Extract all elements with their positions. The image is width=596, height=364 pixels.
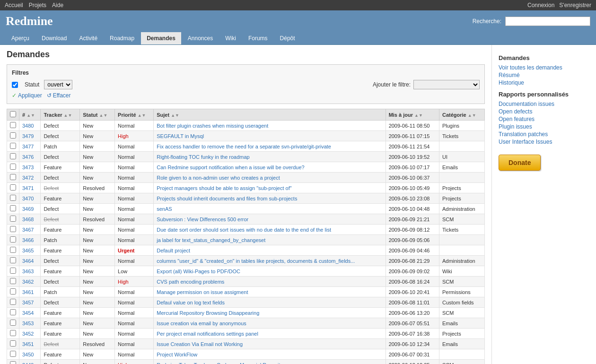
- issue-subject-link[interactable]: Can Redmine support notification when a …: [157, 165, 304, 170]
- issue-subject-link[interactable]: columns "user_id" & "created_on" in tabl…: [157, 258, 355, 264]
- row-checkbox[interactable]: [10, 184, 16, 191]
- issue-id-link[interactable]: 3468: [22, 217, 34, 222]
- statut-select[interactable]: ouvertfermétous: [44, 80, 72, 89]
- sidebar-resume[interactable]: Résumé: [499, 72, 589, 78]
- issue-subject-link[interactable]: Mercurial Repository Browsing Disappeari…: [157, 310, 259, 316]
- issue-id-link[interactable]: 3449: [22, 362, 34, 364]
- issue-id-link[interactable]: 3454: [22, 310, 34, 316]
- issue-subject-link[interactable]: senAS: [157, 206, 172, 212]
- col-tracker[interactable]: Tracker ▲▼: [41, 109, 80, 121]
- issue-subject-link[interactable]: SEGFAULT in Mysql: [157, 133, 204, 139]
- col-id[interactable]: # ▲▼: [19, 109, 41, 121]
- row-checkbox[interactable]: [10, 299, 16, 305]
- tab-wiki[interactable]: Wiki: [219, 32, 242, 44]
- issue-id-link[interactable]: 3479: [22, 133, 34, 139]
- issue-subject-link[interactable]: Project managers should be able to assig…: [157, 185, 291, 191]
- issue-subject-link[interactable]: Fix access handler to remove the need fo…: [157, 144, 331, 149]
- issue-subject-link[interactable]: Per project email notifications settings…: [157, 331, 258, 337]
- row-checkbox[interactable]: [10, 351, 16, 357]
- apply-button[interactable]: ✓ Appliquer: [12, 92, 42, 99]
- issue-subject-link[interactable]: Export (all) Wiki-Pages to PDF/DOC: [157, 269, 240, 274]
- row-checkbox[interactable]: [10, 340, 16, 347]
- sidebar-translation-patches[interactable]: Translation patches: [499, 131, 589, 138]
- row-checkbox[interactable]: [10, 205, 16, 211]
- col-statut[interactable]: Statut ▲▼: [80, 109, 115, 121]
- sidebar-plugin-issues[interactable]: Plugin issues: [499, 123, 589, 130]
- issue-subject-link[interactable]: Subversion : View Differences 500 error: [157, 217, 248, 222]
- add-filter-select[interactable]: Catégorie Tracker Priorité Assigné à: [413, 80, 480, 89]
- issue-subject-link[interactable]: Role given to a non-admin user who creat…: [157, 175, 280, 181]
- row-checkbox[interactable]: [10, 143, 16, 149]
- issue-subject-link[interactable]: Project WorkFlow: [157, 352, 197, 357]
- issue-id-link[interactable]: 3463: [22, 269, 34, 274]
- tab-forums[interactable]: Forums: [243, 32, 273, 44]
- issue-subject-link[interactable]: Defaul value on log text fields: [157, 300, 225, 305]
- sidebar-doc-issues[interactable]: Documentation issues: [499, 101, 589, 107]
- row-checkbox[interactable]: [10, 361, 16, 364]
- sidebar-open-defects[interactable]: Open defects: [499, 108, 589, 115]
- row-checkbox[interactable]: [10, 216, 16, 222]
- col-priorite[interactable]: Priorité ▲▼: [115, 109, 154, 121]
- issue-id-link[interactable]: 3476: [22, 154, 34, 160]
- issue-id-link[interactable]: 3462: [22, 279, 34, 285]
- row-checkbox[interactable]: [10, 309, 16, 315]
- check-all[interactable]: [10, 111, 16, 117]
- issue-id-link[interactable]: 3457: [22, 300, 34, 305]
- clear-button[interactable]: ↺ Effacer: [47, 92, 71, 99]
- issue-id-link[interactable]: 3477: [22, 144, 34, 149]
- row-checkbox[interactable]: [10, 195, 16, 201]
- row-checkbox[interactable]: [10, 153, 16, 159]
- issue-id-link[interactable]: 3464: [22, 258, 34, 264]
- issue-subject-link[interactable]: ja label for text_status_changed_by_chan…: [157, 237, 265, 243]
- issue-subject-link[interactable]: Redmine Takes Too Long On Large Mercuria…: [157, 362, 288, 364]
- issue-id-link[interactable]: 3470: [22, 196, 34, 201]
- row-checkbox[interactable]: [10, 132, 16, 139]
- issue-id-link[interactable]: 3467: [22, 227, 34, 233]
- search-input[interactable]: [505, 17, 590, 26]
- row-checkbox[interactable]: [10, 164, 16, 170]
- col-sujet[interactable]: Sujet ▲▼: [154, 109, 386, 121]
- register-link[interactable]: S'enregistrer: [559, 2, 591, 9]
- tab-roadmap[interactable]: Roadmap: [104, 32, 140, 44]
- issue-subject-link[interactable]: Due date sort order should sort issues w…: [157, 227, 331, 233]
- issue-subject-link[interactable]: Right-floating TOC funky in the roadmap: [157, 154, 249, 160]
- tab-depot[interactable]: Dépôt: [274, 32, 301, 44]
- issue-id-link[interactable]: 3461: [22, 289, 34, 295]
- issue-id-link[interactable]: 3453: [22, 321, 34, 326]
- row-checkbox[interactable]: [10, 247, 16, 253]
- statut-checkbox[interactable]: [12, 82, 18, 88]
- tab-apercu[interactable]: Aperçu: [6, 32, 35, 44]
- sidebar-ui-issues[interactable]: User Interface Issues: [499, 139, 589, 145]
- issue-subject-link[interactable]: Default project: [157, 248, 190, 253]
- issue-subject-link[interactable]: Bot filter plugin crashes when missing u…: [157, 123, 268, 129]
- issue-subject-link[interactable]: Issue creation via email by anonymous: [157, 321, 246, 326]
- sidebar-historique[interactable]: Historique: [499, 79, 589, 86]
- col-check[interactable]: [7, 109, 19, 121]
- issue-id-link[interactable]: 3465: [22, 248, 34, 253]
- issue-subject-link[interactable]: Manage permission on issue assigment: [157, 289, 248, 295]
- tab-demandes[interactable]: Demandes: [141, 32, 181, 44]
- row-checkbox[interactable]: [10, 330, 16, 336]
- issue-id-link[interactable]: 3469: [22, 206, 34, 212]
- row-checkbox[interactable]: [10, 257, 16, 263]
- row-checkbox[interactable]: [10, 268, 16, 274]
- issue-id-link[interactable]: 3480: [22, 123, 34, 129]
- issue-id-link[interactable]: 3451: [22, 341, 34, 347]
- row-checkbox[interactable]: [10, 278, 16, 284]
- issue-subject-link[interactable]: Projects should inherit documents and fi…: [157, 196, 297, 201]
- row-checkbox[interactable]: [10, 174, 16, 180]
- tab-annonces[interactable]: Annonces: [182, 32, 219, 44]
- nav-projets[interactable]: Projets: [29, 2, 46, 9]
- issue-id-link[interactable]: 3452: [22, 331, 34, 337]
- tab-download[interactable]: Download: [36, 32, 72, 44]
- col-categorie[interactable]: Catégorie ▲▼: [439, 109, 484, 121]
- issue-subject-link[interactable]: CVS path encoding problems: [157, 279, 224, 285]
- issue-id-link[interactable]: 3472: [22, 175, 34, 181]
- issue-id-link[interactable]: 3471: [22, 185, 34, 191]
- issue-id-link[interactable]: 3466: [22, 237, 34, 243]
- row-checkbox[interactable]: [10, 236, 16, 243]
- row-checkbox[interactable]: [10, 226, 16, 232]
- row-checkbox[interactable]: [10, 122, 16, 128]
- issue-subject-link[interactable]: Issue Creation Via Email not Working: [157, 341, 243, 347]
- issue-id-link[interactable]: 3450: [22, 352, 34, 357]
